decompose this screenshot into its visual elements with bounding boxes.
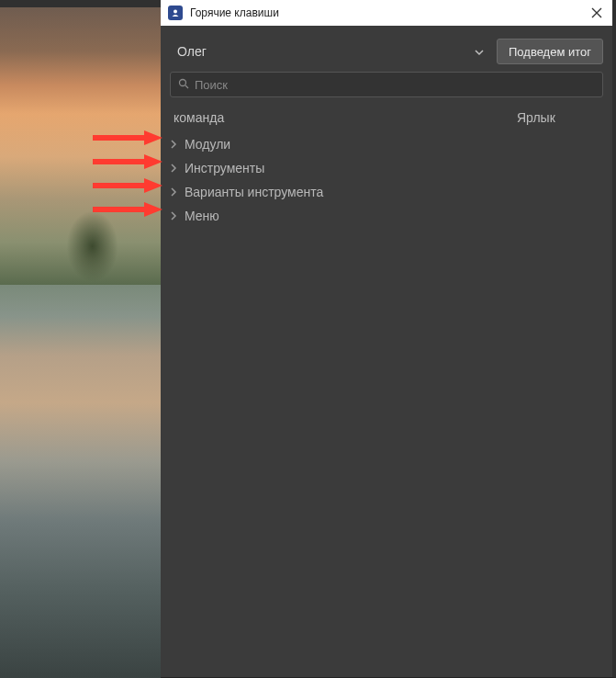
tree-item-menu[interactable]: Меню [161,204,612,228]
tree-item-label: Варианты инструмента [185,185,323,199]
header-command: команда [174,110,517,125]
search-icon [178,76,189,93]
profile-dropdown[interactable]: Олег [170,39,491,64]
search-input[interactable] [195,78,595,92]
annotation-arrow [91,176,164,195]
tree-item-label: Меню [185,209,219,223]
chevron-right-icon [170,161,177,175]
chevron-right-icon [170,137,177,152]
summary-button-label: Подведем итог [509,45,591,59]
svg-marker-8 [144,178,162,193]
app-icon [168,6,183,20]
annotation-arrow [91,153,164,171]
commands-tree: Модули Инструменты Варианты инструмента … [161,130,612,230]
dialog-title: Горячие клавиши [190,6,581,19]
close-icon[interactable] [588,5,605,21]
tree-item-tools[interactable]: Инструменты [161,156,612,180]
svg-marker-6 [144,154,162,169]
tree-item-label: Модули [185,137,230,152]
annotation-arrow [91,129,164,147]
annotation-arrow [91,200,164,219]
hotkeys-dialog: Горячие клавиши Олег Подведем итог [161,0,616,678]
dialog-toolbar: Олег Подведем итог [161,26,612,72]
chevron-right-icon [170,209,177,223]
svg-point-0 [174,10,177,14]
header-shortcut: Ярлык [517,110,599,125]
tree-item-tool-options[interactable]: Варианты инструмента [161,180,612,204]
svg-marker-10 [144,202,162,217]
search-field[interactable] [170,72,603,97]
tree-item-modules[interactable]: Модули [161,132,612,156]
column-headers: команда Ярлык [161,105,612,130]
tree-item-label: Инструменты [185,161,264,175]
svg-line-2 [185,85,188,88]
chevron-down-icon [475,43,484,60]
profile-dropdown-label: Олег [177,44,475,59]
chevron-right-icon [170,185,177,199]
summary-button[interactable]: Подведем итог [497,39,603,64]
dialog-titlebar: Горячие клавиши [161,0,612,26]
svg-point-1 [180,80,186,86]
svg-marker-4 [144,130,162,145]
